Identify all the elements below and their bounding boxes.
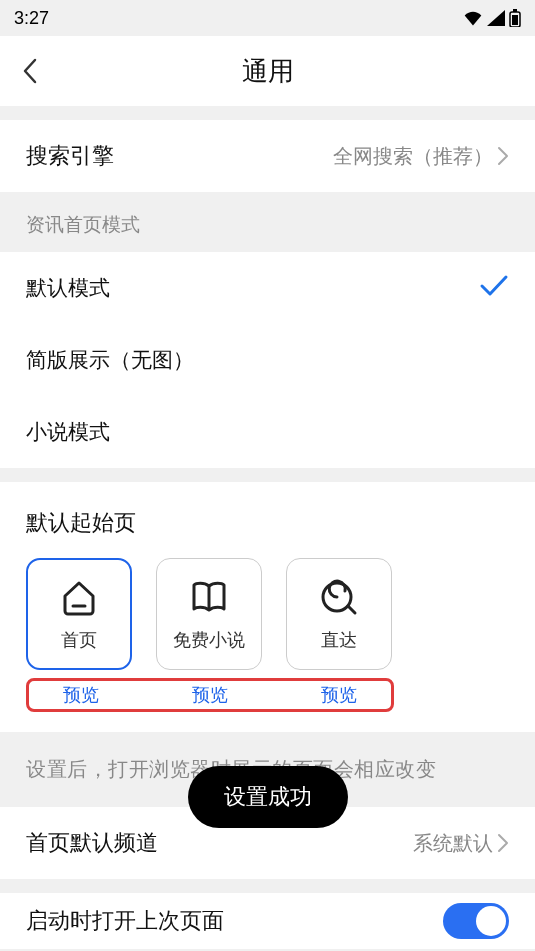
- battery-icon: [509, 9, 521, 27]
- setting-label: 启动时打开上次页面: [26, 906, 224, 936]
- back-button[interactable]: [0, 36, 60, 106]
- home-icon: [58, 576, 100, 618]
- start-card-direct[interactable]: 直达: [286, 558, 392, 670]
- default-start-block: 默认起始页 首页 免费小说 直达 预览 预览 预览: [0, 482, 535, 732]
- setting-value: 全网搜索（推荐）: [333, 143, 509, 170]
- option-label: 小说模式: [26, 418, 110, 446]
- card-label: 直达: [321, 628, 357, 652]
- svg-rect-1: [513, 9, 517, 12]
- section-hint-homepage-mode: 资讯首页模式: [0, 192, 535, 252]
- start-cards: 首页 免费小说 直达: [26, 558, 509, 670]
- wifi-icon: [463, 10, 483, 26]
- toast: 设置成功: [188, 766, 348, 828]
- start-card-home[interactable]: 首页: [26, 558, 132, 670]
- card-label: 免费小说: [173, 628, 245, 652]
- preview-link-home[interactable]: 预览: [29, 683, 134, 707]
- start-card-novel[interactable]: 免费小说: [156, 558, 262, 670]
- option-simple-mode[interactable]: 简版展示（无图）: [0, 324, 535, 396]
- book-icon: [188, 576, 230, 618]
- toggle-knob: [476, 906, 506, 936]
- setting-value: 系统默认: [413, 830, 509, 857]
- option-novel-mode[interactable]: 小说模式: [0, 396, 535, 468]
- option-default-mode[interactable]: 默认模式: [0, 252, 535, 324]
- svg-rect-2: [512, 15, 518, 25]
- signal-icon: [487, 10, 505, 26]
- setting-label: 搜索引擎: [26, 141, 114, 171]
- svg-line-6: [348, 606, 355, 613]
- checkmark-icon: [479, 274, 509, 302]
- card-label: 首页: [61, 628, 97, 652]
- chevron-left-icon: [21, 57, 39, 85]
- setting-search-engine[interactable]: 搜索引擎 全网搜索（推荐）: [0, 120, 535, 192]
- preview-link-novel[interactable]: 预览: [158, 683, 263, 707]
- chevron-right-icon: [497, 833, 509, 853]
- top-bar: 通用: [0, 36, 535, 106]
- page-title: 通用: [0, 54, 535, 89]
- chevron-right-icon: [497, 146, 509, 166]
- preview-row-highlight: 预览 预览 预览: [26, 678, 394, 712]
- setting-restore-last[interactable]: 启动时打开上次页面: [0, 893, 535, 949]
- default-start-title: 默认起始页: [26, 508, 509, 538]
- preview-link-direct[interactable]: 预览: [286, 683, 391, 707]
- option-label: 默认模式: [26, 274, 110, 302]
- status-icons: [463, 9, 521, 27]
- status-bar: 3:27: [0, 0, 535, 36]
- option-label: 简版展示（无图）: [26, 346, 194, 374]
- toggle-switch[interactable]: [443, 903, 509, 939]
- target-icon: [318, 576, 360, 618]
- setting-label: 首页默认频道: [26, 828, 158, 858]
- status-time: 3:27: [14, 8, 49, 29]
